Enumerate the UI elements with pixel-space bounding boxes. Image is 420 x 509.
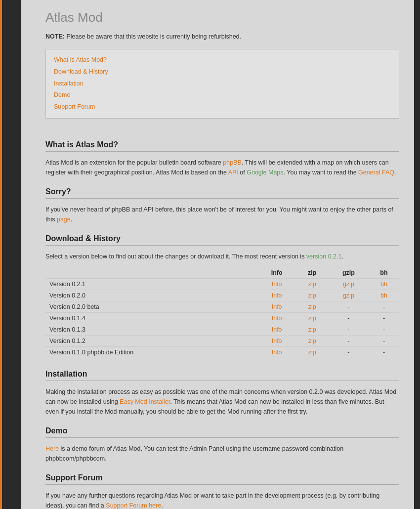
toc-link-demo[interactable]: Demo [54, 89, 391, 101]
bh-cell: - [369, 335, 399, 346]
info-link[interactable]: Info [272, 315, 282, 322]
recent-version-link[interactable]: version 0.2.1 [306, 253, 342, 260]
table-row: Version 0.1.4Infozip-- [45, 312, 399, 324]
section-installation: Installation Making the installation pro… [45, 370, 399, 417]
section-what-text: Atlas Mod is an extension for the popula… [45, 158, 399, 177]
left-sidebar [0, 0, 21, 509]
version-cell: Version 0.1.3 [45, 324, 258, 335]
gzip-cell: gzip [329, 290, 369, 301]
page-title: Atlas Mod [45, 10, 399, 25]
col-version [45, 267, 258, 279]
right-sidebar [414, 0, 420, 509]
zip-link[interactable]: zip [308, 292, 316, 299]
section-sorry-text: If you've never heard of phpBB and API b… [45, 205, 399, 224]
section-sorry-title: Sorry? [45, 187, 399, 199]
gzip-link[interactable]: gzip [343, 281, 354, 288]
page-link[interactable]: page [57, 216, 71, 223]
gzip-cell: - [329, 335, 369, 346]
version-cell: Version 0.1.4 [45, 312, 258, 324]
zip-cell: zip [296, 324, 329, 335]
table-row: Version 0.1.0 phpbb.de EditionInfozip-- [45, 346, 399, 358]
section-support-text: If you have any further questions regard… [45, 491, 399, 509]
zip-link[interactable]: zip [308, 326, 316, 333]
zip-link[interactable]: zip [308, 338, 316, 344]
section-sorry: Sorry? If you've never heard of phpBB an… [45, 187, 399, 224]
bh-link[interactable]: bh [380, 281, 387, 288]
bh-cell: - [369, 346, 399, 358]
easy-mod-link[interactable]: Easy Mod Installer [120, 398, 170, 405]
gzip-cell: - [329, 324, 369, 335]
version-cell: Version 0.1.0 phpbb.de Edition [45, 346, 258, 358]
googlemaps-link[interactable]: Google Maps [247, 169, 283, 176]
gzip-link[interactable]: gzip [343, 292, 354, 299]
section-download: Download & History Select a version belo… [45, 234, 399, 358]
toc-link-what[interactable]: What is Atlas Mod? [54, 54, 391, 66]
table-row: Version 0.2.1Infozipgzipbh [45, 278, 399, 290]
toc-link-support[interactable]: Support Forum [54, 101, 391, 113]
zip-cell: zip [296, 278, 329, 290]
info-cell: Info [258, 312, 296, 324]
section-demo: Demo Here is a demo forum of Atlas Mod. … [45, 426, 399, 464]
zip-cell: zip [296, 290, 329, 301]
gzip-cell: - [329, 312, 369, 324]
section-demo-text: Here is a demo forum of Atlas Mod. You c… [45, 444, 399, 464]
zip-link[interactable]: zip [308, 349, 316, 356]
info-cell: Info [258, 301, 296, 312]
info-link[interactable]: Info [272, 326, 282, 333]
section-what-title: What is Atlas Mod? [45, 140, 399, 152]
info-link[interactable]: Info [272, 281, 282, 288]
table-row: Version 0.2.0 betaInfozip-- [45, 301, 399, 312]
bh-cell: - [369, 301, 399, 312]
demo-here-link[interactable]: Here [45, 445, 59, 452]
note-label: NOTE: [45, 33, 65, 40]
bh-cell: bh [369, 290, 399, 301]
zip-cell: zip [296, 335, 329, 346]
info-link[interactable]: Info [272, 338, 282, 344]
table-row: Version 0.1.2Infozip-- [45, 335, 399, 346]
version-cell: Version 0.2.0 beta [45, 301, 258, 312]
toc-link-download[interactable]: Download & History [54, 66, 391, 78]
bh-cell: - [369, 312, 399, 324]
zip-link[interactable]: zip [308, 281, 316, 288]
api-link[interactable]: API [228, 169, 238, 176]
info-link[interactable]: Info [272, 349, 282, 356]
toc-link-installation[interactable]: Installation [54, 78, 391, 90]
table-of-contents: What is Atlas Mod? Download & History In… [45, 49, 399, 119]
bh-link[interactable]: bh [380, 292, 387, 299]
info-cell: Info [258, 290, 296, 301]
phpbb-link[interactable]: phpBB [223, 159, 242, 166]
info-cell: Info [258, 335, 296, 346]
faq-link[interactable]: General FAQ [358, 169, 394, 176]
section-support: Support Forum If you have any further qu… [45, 473, 399, 509]
note-body: Please be aware that this website is cur… [66, 33, 241, 40]
section-support-title: Support Forum [45, 473, 399, 485]
info-link[interactable]: Info [272, 292, 282, 299]
bh-cell: - [369, 324, 399, 335]
gzip-cell: - [329, 346, 369, 358]
support-forum-link[interactable]: Support Forum here [106, 502, 161, 509]
info-cell: Info [258, 278, 296, 290]
gzip-cell: - [329, 301, 369, 312]
col-info: Info [258, 267, 296, 279]
section-download-title: Download & History [45, 234, 399, 246]
info-link[interactable]: Info [272, 303, 282, 310]
gzip-cell: gzip [329, 278, 369, 290]
col-bh: bh [369, 267, 399, 279]
col-zip: zip [296, 267, 329, 279]
section-installation-title: Installation [45, 370, 399, 381]
table-row: Version 0.1.3Infozip-- [45, 324, 399, 335]
version-cell: Version 0.1.2 [45, 335, 258, 346]
download-table: Info zip gzip bh Version 0.2.1Infozipgzi… [45, 267, 399, 358]
section-what: What is Atlas Mod? Atlas Mod is an exten… [45, 140, 399, 177]
info-cell: Info [258, 346, 296, 358]
zip-cell: zip [296, 346, 329, 358]
section-installation-text: Making the installation process as easy … [45, 387, 399, 417]
zip-link[interactable]: zip [308, 303, 316, 310]
bh-cell: bh [369, 278, 399, 290]
table-row: Version 0.2.0Infozipgzipbh [45, 290, 399, 301]
zip-link[interactable]: zip [308, 315, 316, 322]
zip-cell: zip [296, 301, 329, 312]
version-cell: Version 0.2.1 [45, 278, 258, 290]
col-gzip: gzip [329, 267, 369, 279]
section-download-intro: Select a version below to find out about… [45, 252, 399, 261]
